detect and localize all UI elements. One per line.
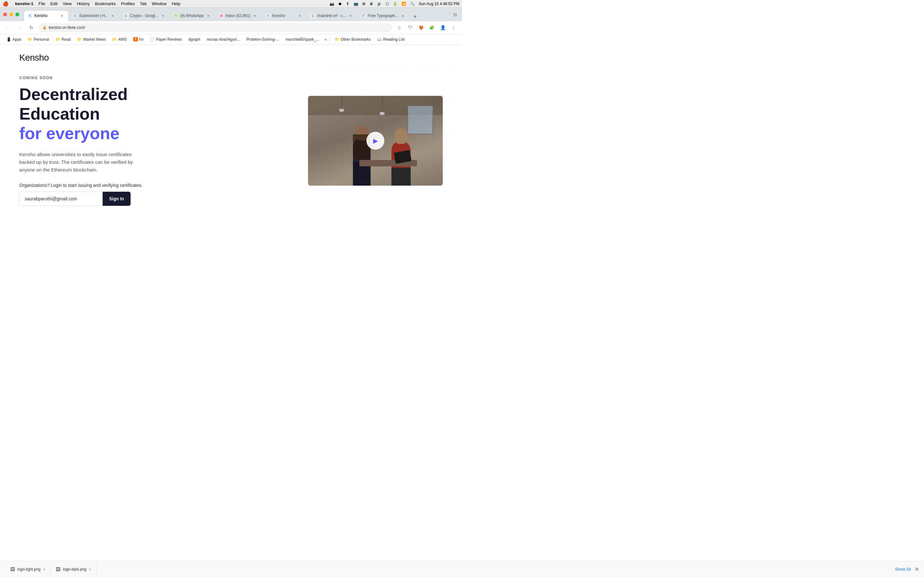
menubar-volume-icon: 🔊 <box>377 2 382 6</box>
menubar-chrome[interactable]: kensho-1 <box>15 1 33 6</box>
bookmark-murchie[interactable]: murchie85/spark_... <box>283 36 322 43</box>
tab-typography[interactable]: F Free Typograph... ✕ <box>357 10 409 21</box>
menubar-wifi-icon: 📶 <box>401 2 406 6</box>
tab-close-whatsapp[interactable]: ✕ <box>206 13 211 18</box>
menubar-tab[interactable]: Tab <box>140 1 147 6</box>
reload-button[interactable]: ↻ <box>27 23 36 32</box>
headline-line1: Decentralized <box>19 85 289 103</box>
tab-search-btn[interactable]: ⊡ <box>451 10 459 19</box>
tab-favicon-inbox: M <box>219 13 224 18</box>
address-bar: ← → ↻ 🔒 kensho.on.fleek.co/#/ ☆ 🛡 🦊 🧩 👤 … <box>0 21 462 34</box>
bookmark-paper-reviews-label: Paper Reviews <box>156 37 182 42</box>
maximize-window-btn[interactable] <box>15 13 19 16</box>
bookmark-aws[interactable]: 📁 AWS <box>110 36 129 43</box>
video-thumbnail[interactable]: ▶ <box>308 96 443 185</box>
profile-avatar[interactable]: 👤 <box>438 23 447 32</box>
menubar-history[interactable]: History <box>77 1 89 6</box>
bookmark-apps[interactable]: 📱 Apps <box>4 36 24 43</box>
menubar-file[interactable]: File <box>39 1 45 6</box>
menu-dots-icon[interactable]: ⋮ <box>449 23 458 32</box>
folder-icon: 📁 <box>27 37 32 42</box>
tab-crypto[interactable]: G Crypto - Googl... ✕ <box>120 10 170 21</box>
tab-close-inbox[interactable]: ✕ <box>252 13 257 18</box>
close-window-btn[interactable] <box>3 13 7 16</box>
folder-read-icon: 📁 <box>55 37 60 42</box>
bookmark-recnac[interactable]: recnac-itna/Algori... <box>204 36 242 43</box>
bookmark-dgraph[interactable]: dgraph <box>186 36 203 43</box>
video-overlay: ▶ <box>308 96 443 185</box>
tab-bar: K Kensho ✕ S Submission | H... ✕ G Crypt… <box>0 8 462 21</box>
bookmarks-bar: 📱 Apps 📁 Personal 📁 Read 📁 Market News 📁… <box>0 34 462 45</box>
tab-title-whatsapp: (9) WhatsApp <box>180 13 204 18</box>
play-button[interactable]: ▶ <box>367 132 384 150</box>
tab-kensho-1[interactable]: K Kensho ✕ <box>24 10 69 21</box>
tab-kensho-2[interactable]: K Kensho ✕ <box>262 10 306 21</box>
bookmarks-more-btn[interactable]: » <box>323 36 328 43</box>
bookmark-star-icon[interactable]: ☆ <box>395 23 404 32</box>
bookmark-hn-label: hn <box>139 37 144 42</box>
menubar-cast-icon: 📺 <box>354 2 359 6</box>
tab-favicon-kensho-1: K <box>28 13 32 18</box>
bookmark-paper-reviews[interactable]: 📄 Paper Reviews <box>147 36 184 43</box>
menubar-profiles[interactable]: Profiles <box>121 1 135 6</box>
tab-close-typography[interactable]: ✕ <box>400 13 405 18</box>
bookmark-hn[interactable]: Y hn <box>131 36 146 43</box>
coming-soon-label: COMING SOON <box>19 76 289 80</box>
menubar-window[interactable]: Window <box>152 1 166 6</box>
url-bar[interactable]: 🔒 kensho.on.fleek.co/#/ <box>39 23 392 32</box>
bookmark-other[interactable]: 📁 Other Bookmarks <box>332 36 373 43</box>
menubar-battery-icon: 🔋 <box>393 2 397 6</box>
bookmark-murchie-label: murchie85/spark_... <box>286 37 319 42</box>
tab-chainlink[interactable]: G chainlink vrf - c... ✕ <box>306 10 357 21</box>
tab-favicon-typography: F <box>361 13 366 18</box>
tab-close-kensho-1[interactable]: ✕ <box>59 13 65 18</box>
paper-reviews-icon: 📄 <box>150 37 155 42</box>
tab-inbox[interactable]: M Inbox (52,861) ✕ <box>215 10 262 21</box>
tab-favicon-whatsapp: W <box>174 13 178 18</box>
menubar-edit[interactable]: Edit <box>50 1 57 6</box>
menubar-help[interactable]: Help <box>172 1 180 6</box>
page-logo: Kensho <box>0 45 462 63</box>
tab-title-chainlink: chainlink vrf - c... <box>317 13 346 18</box>
sign-in-button[interactable]: Sign In <box>103 192 131 206</box>
tab-whatsapp[interactable]: W (9) WhatsApp ✕ <box>170 10 215 21</box>
menubar-camera-icon: 📷 <box>330 2 334 6</box>
menubar-audio-icon: 🎙 <box>346 2 350 6</box>
tab-title-inbox: Inbox (52,861) <box>226 13 250 18</box>
back-button[interactable]: ← <box>4 23 13 32</box>
fox-icon[interactable]: 🦊 <box>417 23 425 32</box>
reading-list-icon: 📖 <box>377 37 382 42</box>
tab-close-submission[interactable]: ✕ <box>110 13 115 18</box>
tab-title-typography: Free Typograph... <box>368 13 398 18</box>
email-input[interactable] <box>19 192 103 206</box>
bookmark-reading-list[interactable]: 📖 Reading List <box>375 36 407 43</box>
menubar-bookmarks[interactable]: Bookmarks <box>95 1 116 6</box>
traffic-lights <box>0 8 23 21</box>
tab-favicon-kensho-2: K <box>266 13 270 18</box>
tab-close-chainlink[interactable]: ✕ <box>348 13 353 18</box>
page-content: Kensho COMING SOON Decentralized Educati… <box>0 45 462 272</box>
tab-close-kensho-2[interactable]: ✕ <box>297 13 302 18</box>
puzzle-icon[interactable]: 🧩 <box>427 23 436 32</box>
tab-title-crypto: Crypto - Googl... <box>130 13 158 18</box>
bookmark-reading-list-label: Reading List <box>383 37 405 42</box>
addressbar-right: ☆ 🛡 🦊 🧩 👤 ⋮ <box>395 23 458 32</box>
apple-menu[interactable]: 🍎 <box>3 1 9 7</box>
bookmark-market-label: Market News <box>83 37 105 42</box>
menubar-view[interactable]: View <box>63 1 71 6</box>
apps-icon: 📱 <box>6 37 11 42</box>
bookmark-problem[interactable]: Problem-Solving-... <box>244 36 282 43</box>
bookmark-read[interactable]: 📁 Read <box>53 36 73 43</box>
bookmark-apps-label: Apps <box>13 37 21 42</box>
minimize-window-btn[interactable] <box>9 13 13 16</box>
tab-close-crypto[interactable]: ✕ <box>160 13 166 18</box>
menubar-bt-icon: ⬡ <box>386 2 389 6</box>
forward-button[interactable]: → <box>15 23 24 32</box>
tab-submission[interactable]: S Submission | H... ✕ <box>69 10 120 21</box>
new-tab-button[interactable]: + <box>411 12 420 21</box>
lock-icon: 🔒 <box>42 25 47 29</box>
bookmark-personal[interactable]: 📁 Personal <box>25 36 51 43</box>
shield-icon[interactable]: 🛡 <box>405 23 415 32</box>
bookmark-market-news[interactable]: 📁 Market News <box>74 36 108 43</box>
menubar-search-icon[interactable]: 🔍 <box>410 2 415 6</box>
